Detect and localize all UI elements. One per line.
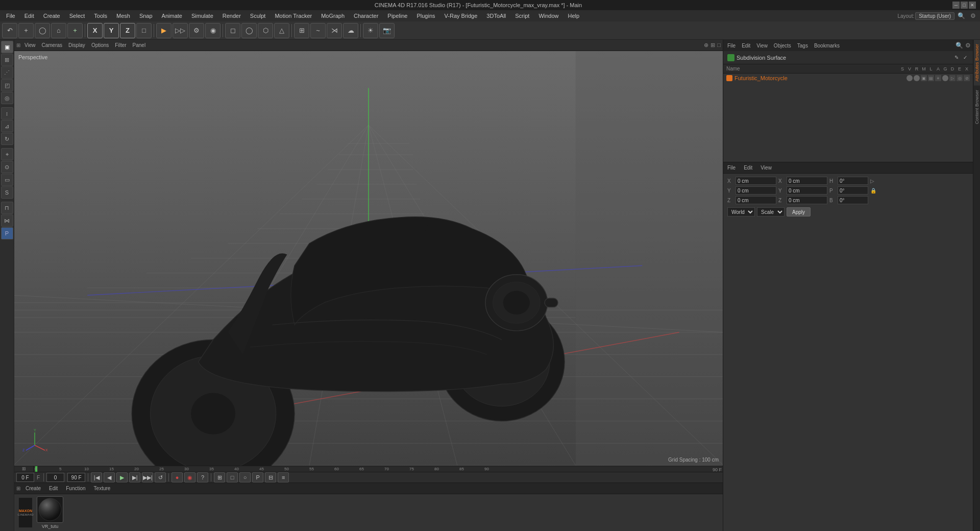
select-tool-btn[interactable]: ⌖ xyxy=(1,148,13,160)
poly-select-btn[interactable]: S xyxy=(1,186,13,199)
mat-texture-btn[interactable]: Texture xyxy=(91,485,114,492)
menu-3dtoall[interactable]: 3DToAll xyxy=(482,12,510,20)
mode-z[interactable]: Z xyxy=(120,23,135,38)
next-frame-btn[interactable]: ▶| xyxy=(129,472,140,482)
go-end-btn[interactable]: ▶▶| xyxy=(142,472,153,482)
menu-file[interactable]: File xyxy=(2,12,19,20)
nurbs-btn[interactable]: ⋊ xyxy=(327,23,342,38)
subdiv-edit-btn[interactable]: ✎ xyxy=(953,54,960,61)
p-input[interactable] xyxy=(838,186,868,195)
menu-script[interactable]: Script xyxy=(511,12,533,20)
redo-btn[interactable]: + xyxy=(18,23,34,38)
loop-btn[interactable]: ↺ xyxy=(155,472,166,482)
key-timeline-btn[interactable]: ≡ xyxy=(278,472,289,482)
key-p-btn[interactable]: P xyxy=(252,472,263,482)
key-all-btn[interactable]: ⊞ xyxy=(214,472,225,482)
record-btn[interactable]: ● xyxy=(172,472,183,482)
mirror-btn[interactable]: ⋈ xyxy=(1,214,13,227)
flag-dot2[interactable] xyxy=(914,75,920,81)
b-input[interactable] xyxy=(838,196,868,204)
viewport-expand-icon[interactable]: ⊕ xyxy=(704,42,708,49)
menu-character[interactable]: Character xyxy=(350,12,382,20)
menu-simulate[interactable]: Simulate xyxy=(187,12,217,20)
menu-edit[interactable]: Edit xyxy=(20,12,38,20)
polygon-mode-btn[interactable]: ◰ xyxy=(1,79,13,91)
close-btn[interactable]: ✕ xyxy=(969,2,976,9)
content-browser-tab[interactable]: Content Browser xyxy=(974,86,980,128)
layout-gear-icon[interactable]: ⚙ xyxy=(968,12,978,19)
menu-motion-tracker[interactable]: Motion Tracker xyxy=(271,12,316,20)
frame-start-input[interactable] xyxy=(46,473,64,482)
obj-file-btn[interactable]: File xyxy=(725,42,738,49)
material-thumbnail[interactable] xyxy=(37,496,63,523)
shape-cube-btn[interactable]: ◻ xyxy=(225,23,240,38)
obj-settings-icon[interactable]: ⚙ xyxy=(965,42,971,49)
shape-cylinder-btn[interactable]: ⬡ xyxy=(258,23,273,38)
model-mode-btn[interactable]: ▣ xyxy=(1,41,13,53)
subdiv-check-btn[interactable]: ✓ xyxy=(962,54,969,61)
light-btn[interactable]: ☀ xyxy=(363,23,378,38)
viewport-options-btn[interactable]: Options xyxy=(89,42,111,49)
mat-function-btn[interactable]: Function xyxy=(63,485,88,492)
flag-box3[interactable]: ≡ xyxy=(935,75,941,81)
mode-x[interactable]: X xyxy=(87,23,103,38)
menu-window[interactable]: Window xyxy=(534,12,562,20)
obj-search-icon[interactable]: 🔍 xyxy=(955,42,963,49)
mat-edit-btn[interactable]: Edit xyxy=(46,485,61,492)
scale-dropdown[interactable]: Scale Size xyxy=(757,207,785,216)
key-point-btn[interactable]: ○ xyxy=(239,472,251,482)
flag-lock[interactable]: ⊘ xyxy=(964,75,970,81)
obj-view-btn[interactable]: View xyxy=(754,42,770,49)
texture-mode-btn[interactable]: ⊞ xyxy=(1,54,13,66)
menu-select[interactable]: Select xyxy=(65,12,89,20)
rect-select-btn[interactable]: ▭ xyxy=(1,174,13,186)
render-queue-btn[interactable]: ▷▷ xyxy=(173,23,188,38)
obj-tags-btn[interactable]: Tags xyxy=(795,42,810,49)
environment-btn[interactable]: ☁ xyxy=(343,23,358,38)
menu-mesh[interactable]: Mesh xyxy=(112,12,134,20)
menu-animate[interactable]: Animate xyxy=(158,12,186,20)
viewport-3d[interactable]: Y X Perspective Grid Spacing : 100 cm Y … xyxy=(14,51,723,466)
menu-pipeline[interactable]: Pipeline xyxy=(383,12,411,20)
world-mode-btn[interactable]: □ xyxy=(136,23,152,38)
z-pos-input[interactable] xyxy=(736,196,776,204)
menu-create[interactable]: Create xyxy=(39,12,64,20)
undo-btn[interactable]: ↶ xyxy=(2,23,17,38)
rotate-tool-btn[interactable]: ↻ xyxy=(1,133,13,145)
flag-dot1[interactable] xyxy=(906,75,913,81)
attr-edit-btn[interactable]: Edit xyxy=(742,164,754,171)
shape-cone-btn[interactable]: △ xyxy=(274,23,289,38)
layout-value[interactable]: Startup (User) xyxy=(915,12,954,20)
shape-sphere-btn[interactable]: ◯ xyxy=(241,23,257,38)
h-input[interactable] xyxy=(838,177,868,185)
coord-lock-btn[interactable]: 🔒 xyxy=(870,188,876,194)
live-select-btn[interactable]: ⊙ xyxy=(1,161,13,173)
coord-expand-btn[interactable]: ▷ xyxy=(870,178,874,184)
maximize-btn[interactable]: □ xyxy=(961,2,968,9)
flag-box2[interactable]: ▤ xyxy=(928,75,934,81)
vertex-mode-btn[interactable]: ◎ xyxy=(1,92,13,104)
deformer-btn[interactable]: ⊞ xyxy=(294,23,309,38)
minimize-btn[interactable]: ─ xyxy=(952,2,960,9)
viewport-layout-icon[interactable]: ⊞ xyxy=(710,42,715,49)
menu-snap[interactable]: Snap xyxy=(135,12,157,20)
menu-render[interactable]: Render xyxy=(218,12,245,20)
mode-y[interactable]: Y xyxy=(104,23,119,38)
layout-search-icon[interactable]: 🔍 xyxy=(955,12,967,19)
key-grid-btn[interactable]: ⊟ xyxy=(265,472,276,482)
prev-frame-btn[interactable]: ◀ xyxy=(104,472,115,482)
autokey-btn[interactable]: ◉ xyxy=(184,472,195,482)
obj-edit-btn[interactable]: Edit xyxy=(740,42,752,49)
render-settings-btn[interactable]: ⚙ xyxy=(189,23,204,38)
current-frame-input[interactable] xyxy=(16,473,34,482)
menu-plugins[interactable]: Plugins xyxy=(412,12,439,20)
viewport-display-btn[interactable]: Display xyxy=(66,42,87,49)
frame-end-input[interactable] xyxy=(67,473,85,482)
obj-objects-btn[interactable]: Objects xyxy=(772,42,793,49)
flag-dot4[interactable]: ◎ xyxy=(957,75,963,81)
camera-btn[interactable]: 📷 xyxy=(379,23,395,38)
menu-mograph[interactable]: MoGraph xyxy=(317,12,349,20)
y-rot-input[interactable] xyxy=(787,186,827,195)
x-rot-input[interactable] xyxy=(787,177,827,185)
y-pos-input[interactable] xyxy=(736,186,776,195)
